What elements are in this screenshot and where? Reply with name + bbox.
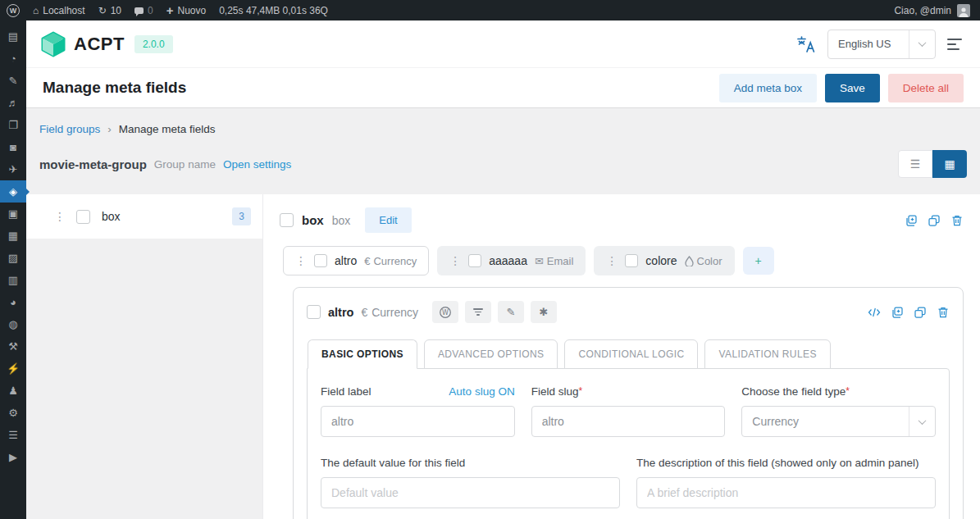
comment-icon bbox=[134, 7, 144, 14]
drag-handle-icon[interactable]: ⋮ bbox=[449, 255, 461, 266]
sidebar-item-plugins[interactable]: ⚡ bbox=[0, 357, 26, 380]
delete-all-button[interactable]: Delete all bbox=[888, 74, 964, 102]
sidebar-item-robot[interactable]: ▣ bbox=[0, 203, 26, 225]
default-value-input[interactable] bbox=[321, 477, 620, 508]
tab-validation-rules[interactable]: VALIDATION RULES bbox=[704, 339, 830, 369]
drag-handle-icon[interactable]: ⋮ bbox=[295, 255, 307, 266]
box-header: box box Edit bbox=[280, 207, 964, 233]
user-greeting[interactable]: Ciao, @dmin bbox=[894, 5, 951, 16]
comments-link[interactable]: 0 bbox=[134, 5, 153, 16]
sidebar-item-posts[interactable]: ✎ bbox=[0, 70, 26, 92]
field-editor-card: altro €Currency W ✎ ✱ bbox=[293, 287, 964, 519]
acpt-logo[interactable]: ACPT 2.0.0 bbox=[39, 30, 173, 58]
add-field-button[interactable]: + bbox=[743, 247, 774, 275]
auto-slug-toggle[interactable]: Auto slug ON bbox=[449, 385, 514, 398]
sidebar-item-video[interactable]: ▶ bbox=[0, 446, 26, 468]
menu-lines-icon[interactable] bbox=[947, 39, 962, 50]
sidebar-item-media[interactable]: ♬ bbox=[0, 92, 26, 114]
sidebar-item-analytics[interactable]: ◕ bbox=[0, 291, 26, 313]
new-label: Nuovo bbox=[178, 5, 207, 16]
tab-basic-options[interactable]: BASIC OPTIONS bbox=[308, 339, 417, 369]
field-slug-input[interactable] bbox=[531, 406, 726, 437]
media-icon: ♬ bbox=[8, 97, 19, 109]
drag-handle-icon[interactable]: ⋮ bbox=[606, 255, 618, 266]
tab-advanced-options[interactable]: ADVANCED OPTIONS bbox=[424, 339, 558, 369]
drag-handle-icon[interactable]: ⋮ bbox=[54, 211, 66, 222]
sidebar-item-pages[interactable]: ❐ bbox=[0, 114, 26, 136]
email-icon: ✉ bbox=[535, 255, 544, 267]
box-name: box bbox=[302, 213, 324, 227]
site-link[interactable]: ⌂ Localhost bbox=[33, 5, 85, 16]
meta-box-list: ⋮ box 3 bbox=[26, 194, 262, 519]
breadcrumb-separator: › bbox=[107, 123, 112, 135]
field-type-select[interactable]: Currency bbox=[741, 406, 936, 437]
language-select[interactable]: English US bbox=[827, 30, 936, 59]
perf-text: 0,25s 47,4MB 0,01s 36Q bbox=[219, 5, 328, 16]
add-meta-box-button[interactable]: Add meta box bbox=[719, 74, 817, 102]
wordpress-visibility-button[interactable]: W bbox=[432, 301, 458, 323]
refresh-icon: ↻ bbox=[98, 5, 107, 16]
sidebar-item-settings[interactable]: ⚙ bbox=[0, 402, 26, 424]
sidebar-item-image[interactable]: ▨ bbox=[0, 247, 26, 269]
field-tab-label: altro bbox=[335, 254, 357, 267]
translate-icon[interactable] bbox=[796, 35, 816, 53]
box-checkbox[interactable] bbox=[76, 210, 90, 224]
sidebar-item-users[interactable]: ♟ bbox=[0, 380, 26, 402]
trash-icon[interactable] bbox=[937, 306, 950, 319]
new-content-link[interactable]: + Nuovo bbox=[166, 3, 206, 17]
rename-button[interactable]: ✎ bbox=[498, 301, 524, 323]
description-input[interactable] bbox=[636, 477, 936, 508]
filter-button[interactable] bbox=[465, 301, 491, 323]
grid-view-button[interactable]: ▦ bbox=[932, 150, 967, 178]
open-settings-link[interactable]: Open settings bbox=[223, 158, 291, 171]
edit-box-button[interactable]: Edit bbox=[365, 207, 411, 233]
required-button[interactable]: ✱ bbox=[531, 301, 557, 323]
sidebar-item-table[interactable]: ▥ bbox=[0, 269, 26, 291]
copy-add-icon[interactable] bbox=[891, 306, 904, 319]
plug-icon: ⚡ bbox=[7, 362, 20, 375]
wp-logo[interactable]: W bbox=[7, 4, 20, 17]
save-button[interactable]: Save bbox=[825, 74, 880, 102]
sidebar-item-comments[interactable]: ◙ bbox=[0, 136, 26, 158]
box-header-checkbox[interactable] bbox=[280, 213, 294, 227]
field-tab-aaaaaa[interactable]: ⋮ aaaaaa ✉Email bbox=[437, 246, 586, 275]
updates-link[interactable]: ↻ 10 bbox=[98, 5, 121, 16]
chevron-down-icon bbox=[918, 39, 927, 47]
plus-icon: + bbox=[166, 3, 174, 17]
field-tab-type: Color bbox=[685, 255, 722, 267]
field-checkbox[interactable] bbox=[625, 254, 638, 267]
field-tab-altro[interactable]: ⋮ altro €Currency bbox=[283, 246, 429, 275]
breadcrumb-current: Manage meta fields bbox=[119, 123, 216, 135]
sidebar-item-tools[interactable]: ⚒ bbox=[0, 335, 26, 357]
list-view-icon: ☰ bbox=[910, 157, 921, 171]
tab-conditional-logic[interactable]: CONDITIONAL LOGIC bbox=[564, 339, 698, 369]
site-name: Localhost bbox=[43, 5, 84, 16]
copy-add-icon[interactable] bbox=[905, 214, 918, 227]
sidebar-item-appearance[interactable]: ◔ bbox=[0, 48, 26, 70]
trash-icon[interactable] bbox=[950, 214, 964, 227]
duplicate-icon[interactable] bbox=[914, 306, 927, 319]
breadcrumb-field-groups[interactable]: Field groups bbox=[39, 123, 100, 135]
field-editor-checkbox[interactable] bbox=[307, 305, 321, 319]
sidebar-item-grid[interactable]: ▦ bbox=[0, 225, 26, 247]
sidebar-item-acpt[interactable]: ◈ bbox=[0, 180, 26, 203]
view-toggle: ☰ ▦ bbox=[898, 150, 967, 178]
field-label-input[interactable] bbox=[321, 406, 515, 437]
field-tab-colore[interactable]: ⋮ colore Color bbox=[594, 246, 734, 275]
field-checkbox[interactable] bbox=[468, 254, 481, 267]
sidebar-item-dashboard[interactable]: ▤ bbox=[0, 25, 26, 48]
sidebar-item-plane[interactable]: ✈ bbox=[0, 158, 26, 180]
code-icon[interactable] bbox=[868, 306, 881, 319]
sidebar-item-options[interactable]: ☰ bbox=[0, 424, 26, 446]
required-asterisk: * bbox=[578, 385, 582, 397]
duplicate-icon[interactable] bbox=[928, 214, 941, 227]
grid-icon: ▦ bbox=[8, 230, 18, 242]
sidebar-item-notifications[interactable]: ◍ bbox=[0, 313, 26, 335]
acpt-cube-logo-icon bbox=[39, 30, 67, 58]
default-value-label: The default value for this field bbox=[321, 457, 465, 469]
list-view-button[interactable]: ☰ bbox=[898, 150, 932, 178]
avatar[interactable] bbox=[957, 4, 970, 17]
meta-box-list-item-box[interactable]: ⋮ box 3 bbox=[26, 194, 262, 239]
field-checkbox[interactable] bbox=[314, 254, 327, 267]
robot-icon: ▣ bbox=[8, 207, 18, 220]
